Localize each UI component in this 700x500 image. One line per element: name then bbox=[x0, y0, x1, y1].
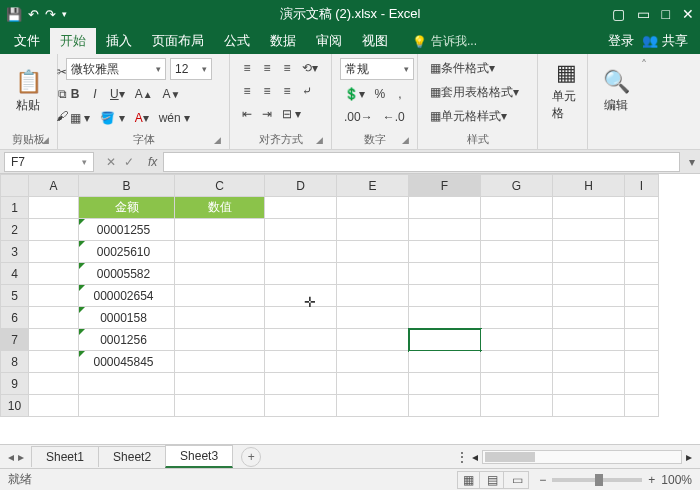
cancel-formula-icon[interactable]: ✕ bbox=[106, 155, 116, 169]
italic-button[interactable]: I bbox=[86, 84, 104, 104]
row-header[interactable]: 7 bbox=[1, 329, 29, 351]
fx-icon[interactable]: fx bbox=[142, 155, 163, 169]
redo-icon[interactable]: ↷ bbox=[45, 7, 56, 22]
col-header[interactable]: B bbox=[79, 175, 175, 197]
split-handle-icon[interactable]: ⋮ bbox=[456, 450, 468, 464]
zoom-level[interactable]: 100% bbox=[661, 473, 692, 487]
tab-home[interactable]: 开始 bbox=[50, 28, 96, 54]
indent-dec-icon[interactable]: ⇤ bbox=[238, 104, 256, 124]
col-header[interactable]: F bbox=[409, 175, 481, 197]
tell-me[interactable]: 💡告诉我... bbox=[406, 29, 483, 54]
col-header[interactable]: E bbox=[337, 175, 409, 197]
paste-button[interactable]: 📋 粘贴 bbox=[8, 58, 48, 124]
col-header[interactable]: G bbox=[481, 175, 553, 197]
add-sheet-button[interactable]: + bbox=[241, 447, 261, 467]
cell[interactable]: 00001255 bbox=[79, 219, 175, 241]
name-box[interactable]: F7▾ bbox=[4, 152, 94, 172]
sheet-tab[interactable]: Sheet1 bbox=[31, 446, 99, 467]
qat-dropdown-icon[interactable]: ▾ bbox=[62, 9, 67, 19]
enter-formula-icon[interactable]: ✓ bbox=[124, 155, 134, 169]
zoom-in-icon[interactable]: + bbox=[648, 473, 655, 487]
font-color-button[interactable]: A ▾ bbox=[131, 108, 153, 128]
increase-font-button[interactable]: A▲ bbox=[131, 84, 157, 104]
underline-button[interactable]: U ▾ bbox=[106, 84, 129, 104]
font-size-combo[interactable]: 12▾ bbox=[170, 58, 212, 80]
tab-view[interactable]: 视图 bbox=[352, 28, 398, 54]
col-header[interactable]: H bbox=[553, 175, 625, 197]
number-format-combo[interactable]: 常规▾ bbox=[340, 58, 414, 80]
maximize-icon[interactable]: □ bbox=[662, 6, 670, 22]
normal-view-icon[interactable]: ▦ bbox=[458, 472, 480, 488]
row-header[interactable]: 8 bbox=[1, 351, 29, 373]
col-header[interactable]: A bbox=[29, 175, 79, 197]
wrap-text-icon[interactable]: ⤶ bbox=[298, 81, 316, 101]
sheet-nav-prev-icon[interactable]: ◂ bbox=[8, 450, 14, 464]
row-header[interactable]: 5 bbox=[1, 285, 29, 307]
comma-button[interactable]: , bbox=[391, 84, 409, 104]
sheet-nav-next-icon[interactable]: ▸ bbox=[18, 450, 24, 464]
merge-button[interactable]: ⊟ ▾ bbox=[278, 104, 305, 124]
select-all-corner[interactable] bbox=[1, 175, 29, 197]
save-icon[interactable]: 💾 bbox=[6, 7, 22, 22]
row-header[interactable]: 4 bbox=[1, 263, 29, 285]
cell[interactable]: 000045845 bbox=[79, 351, 175, 373]
minimize-icon[interactable]: ▭ bbox=[637, 6, 650, 22]
dialog-launcher-icon[interactable]: ◢ bbox=[402, 135, 409, 145]
align-center-icon[interactable]: ≡ bbox=[258, 81, 276, 101]
row-header[interactable]: 2 bbox=[1, 219, 29, 241]
row-header[interactable]: 9 bbox=[1, 373, 29, 395]
decrease-font-button[interactable]: A▼ bbox=[159, 84, 185, 104]
bold-button[interactable]: B bbox=[66, 84, 84, 104]
spreadsheet-grid[interactable]: A B C D E F G H I 1金额数值 200001255 300025… bbox=[0, 174, 700, 444]
border-button[interactable]: ▦ ▾ bbox=[66, 108, 94, 128]
cells-button[interactable]: ▦ 单元格 bbox=[546, 58, 586, 124]
login-link[interactable]: 登录 bbox=[608, 32, 634, 50]
cell[interactable]: 00025610 bbox=[79, 241, 175, 263]
scroll-right-icon[interactable]: ▸ bbox=[686, 450, 692, 464]
scroll-left-icon[interactable]: ◂ bbox=[472, 450, 478, 464]
cell[interactable]: 000002654 bbox=[79, 285, 175, 307]
row-header[interactable]: 3 bbox=[1, 241, 29, 263]
page-break-icon[interactable]: ▭ bbox=[506, 472, 528, 488]
align-right-icon[interactable]: ≡ bbox=[278, 81, 296, 101]
formula-input[interactable] bbox=[163, 152, 680, 172]
tab-data[interactable]: 数据 bbox=[260, 28, 306, 54]
editing-button[interactable]: 🔍 编辑 bbox=[596, 58, 636, 124]
dialog-launcher-icon[interactable]: ◢ bbox=[42, 135, 49, 145]
phonetic-button[interactable]: wén ▾ bbox=[155, 108, 194, 128]
cell[interactable]: 金额 bbox=[79, 197, 175, 219]
tab-review[interactable]: 审阅 bbox=[306, 28, 352, 54]
orientation-icon[interactable]: ⟲▾ bbox=[298, 58, 322, 78]
dialog-launcher-icon[interactable]: ◢ bbox=[214, 135, 221, 145]
cell[interactable]: 数值 bbox=[175, 197, 265, 219]
col-header[interactable]: D bbox=[265, 175, 337, 197]
increase-decimal-button[interactable]: .00→ bbox=[340, 107, 377, 127]
currency-button[interactable]: 💲▾ bbox=[340, 84, 369, 104]
tab-layout[interactable]: 页面布局 bbox=[142, 28, 214, 54]
close-icon[interactable]: ✕ bbox=[682, 6, 694, 22]
sheet-tab[interactable]: Sheet2 bbox=[98, 446, 166, 467]
align-left-icon[interactable]: ≡ bbox=[238, 81, 256, 101]
fill-color-button[interactable]: 🪣 ▾ bbox=[96, 108, 128, 128]
decrease-decimal-button[interactable]: ←.0 bbox=[379, 107, 409, 127]
expand-formula-icon[interactable]: ▾ bbox=[684, 155, 700, 169]
page-layout-icon[interactable]: ▤ bbox=[482, 472, 504, 488]
col-header[interactable]: I bbox=[625, 175, 659, 197]
conditional-format-button[interactable]: ▦ 条件格式 ▾ bbox=[426, 58, 536, 78]
sheet-tab[interactable]: Sheet3 bbox=[165, 445, 233, 468]
cell[interactable]: 00005582 bbox=[79, 263, 175, 285]
format-table-button[interactable]: ▦ 套用表格格式 ▾ bbox=[426, 82, 536, 102]
share-button[interactable]: 👥 共享 bbox=[642, 32, 688, 50]
cell[interactable]: 0000158 bbox=[79, 307, 175, 329]
zoom-slider[interactable] bbox=[552, 478, 642, 482]
active-cell[interactable] bbox=[409, 329, 481, 351]
indent-inc-icon[interactable]: ⇥ bbox=[258, 104, 276, 124]
align-bottom-icon[interactable]: ≡ bbox=[278, 58, 296, 78]
undo-icon[interactable]: ↶ bbox=[28, 7, 39, 22]
font-name-combo[interactable]: 微软雅黑▾ bbox=[66, 58, 166, 80]
col-header[interactable]: C bbox=[175, 175, 265, 197]
row-header[interactable]: 1 bbox=[1, 197, 29, 219]
row-header[interactable]: 6 bbox=[1, 307, 29, 329]
percent-button[interactable]: % bbox=[371, 84, 389, 104]
align-middle-icon[interactable]: ≡ bbox=[258, 58, 276, 78]
